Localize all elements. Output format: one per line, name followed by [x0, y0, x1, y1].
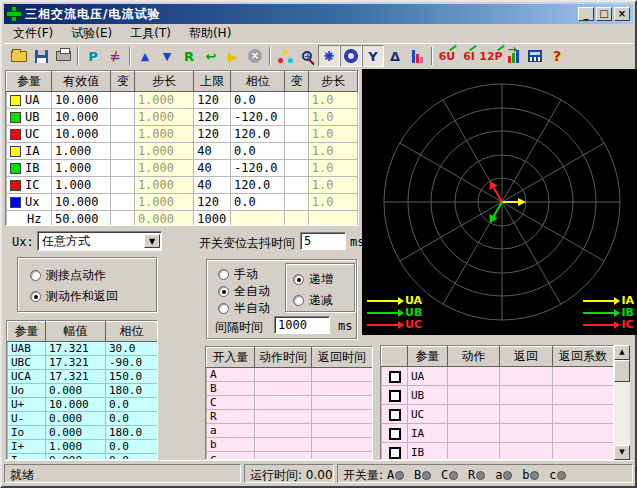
phase-step-cell[interactable]: 1.0 — [308, 160, 357, 177]
step-cell[interactable]: 1.000 — [134, 160, 193, 177]
radio-contact-action[interactable]: 测接点动作 — [30, 267, 106, 284]
checkbox[interactable] — [389, 371, 401, 383]
limit-cell[interactable]: 120 — [194, 194, 231, 211]
radio-semi-auto[interactable]: 半自动 — [218, 300, 270, 317]
twelve-phase-button[interactable]: 12P — [480, 45, 502, 67]
zoom-button[interactable]: + — [296, 45, 318, 67]
chevron-down-icon[interactable]: ▼ — [144, 234, 160, 248]
checkbox[interactable] — [389, 390, 401, 402]
six-current-button[interactable]: 6I — [458, 45, 480, 67]
rms-cell[interactable]: 10.000 — [52, 194, 111, 211]
vary-cell[interactable] — [111, 109, 135, 126]
step-down-button[interactable]: ▼ — [156, 45, 178, 67]
phase-cell[interactable]: 0.0 — [231, 194, 285, 211]
radio-full-auto[interactable]: 全自动 — [218, 283, 270, 300]
step-cell[interactable]: 1.000 — [134, 109, 193, 126]
phase-cell[interactable]: 120.0 — [231, 126, 285, 143]
maximize-button[interactable]: □ — [596, 7, 612, 21]
phase-step-cell[interactable]: 1.0 — [308, 194, 357, 211]
scroll-up-button[interactable]: ▲ — [614, 345, 630, 360]
phase-cell[interactable]: -120.0 — [231, 160, 285, 177]
vary-cell[interactable] — [285, 109, 309, 126]
radio-increase[interactable]: 递增 — [293, 271, 333, 288]
rms-cell[interactable]: 10.000 — [52, 126, 111, 143]
ux-mode-select[interactable]: 任意方式 ▼ — [37, 231, 162, 251]
close-button[interactable]: × — [614, 7, 630, 21]
vector-nodes-button[interactable] — [274, 45, 296, 67]
scroll-down-button[interactable]: ▼ — [614, 445, 630, 460]
radio-decrease[interactable]: 递减 — [293, 292, 333, 309]
step-cell[interactable]: 1.000 — [134, 194, 193, 211]
menu-help[interactable]: 帮助(H) — [180, 23, 240, 44]
save-button[interactable] — [30, 45, 52, 67]
output-levels-button[interactable] — [502, 45, 524, 67]
vary-cell[interactable] — [285, 194, 309, 211]
step-cell[interactable]: 1.000 — [134, 177, 193, 194]
pause-button[interactable]: P — [82, 45, 104, 67]
menu-tools[interactable]: 工具(T) — [121, 23, 180, 44]
interval-input[interactable]: 1000 — [274, 316, 330, 334]
limit-cell[interactable]: 40 — [194, 143, 231, 160]
step-cell[interactable]: 0.000 — [134, 211, 193, 227]
print-button[interactable] — [52, 45, 74, 67]
checkbox[interactable] — [389, 428, 401, 440]
radio-action-return[interactable]: 测动作和返回 — [30, 288, 118, 305]
stop-button[interactable]: × — [244, 45, 266, 67]
step-cell[interactable]: 1.000 — [134, 92, 193, 109]
vary-cell[interactable] — [111, 126, 135, 143]
rms-cell[interactable]: 50.000 — [52, 211, 111, 227]
vary-cell[interactable] — [111, 160, 135, 177]
power-output-button[interactable]: = — [104, 45, 126, 67]
vary-cell[interactable] — [111, 143, 135, 160]
limit-cell[interactable]: 40 — [194, 177, 231, 194]
phase-step-cell[interactable]: 1.0 — [308, 109, 357, 126]
step-cell[interactable]: 1.000 — [134, 143, 193, 160]
rms-cell[interactable]: 1.000 — [52, 143, 111, 160]
vary-cell[interactable] — [111, 177, 135, 194]
minimize-button[interactable]: _ — [578, 7, 594, 21]
radio-manual[interactable]: 手动 — [218, 266, 258, 283]
circles-view-button[interactable] — [340, 45, 362, 67]
vary-cell[interactable] — [285, 160, 309, 177]
vary-cell[interactable] — [285, 126, 309, 143]
rms-cell[interactable]: 10.000 — [52, 109, 111, 126]
checkbox[interactable] — [389, 447, 401, 459]
step-cell[interactable]: 1.000 — [134, 126, 193, 143]
phase-step-cell[interactable]: 1.0 — [308, 177, 357, 194]
vary-cell[interactable] — [285, 92, 309, 109]
rms-cell[interactable]: 1.000 — [52, 160, 111, 177]
phase-cell[interactable]: 120.0 — [231, 177, 285, 194]
bar-graph-button[interactable] — [406, 45, 428, 67]
six-voltage-button[interactable]: 6U — [436, 45, 458, 67]
undo-button[interactable]: ↩ — [200, 45, 222, 67]
phase-step-cell[interactable]: 1.0 — [308, 126, 357, 143]
limit-cell[interactable]: 120 — [194, 92, 231, 109]
start-button[interactable]: ▶ — [222, 45, 244, 67]
vary-cell[interactable] — [111, 194, 135, 211]
vary-cell[interactable] — [111, 211, 135, 227]
checkbox[interactable] — [389, 409, 401, 421]
debounce-input[interactable]: 5 — [300, 232, 346, 250]
vary-cell[interactable] — [285, 177, 309, 194]
reset-button[interactable]: R — [178, 45, 200, 67]
help-button[interactable]: ? — [546, 45, 568, 67]
limit-cell[interactable]: 40 — [194, 160, 231, 177]
phase-cell[interactable]: 0.0 — [231, 92, 285, 109]
scroll-thumb[interactable] — [614, 360, 630, 382]
table-scrollbar[interactable]: ▲ ▼ — [614, 345, 630, 460]
rms-cell[interactable]: 10.000 — [52, 92, 111, 109]
phase-step-cell[interactable]: 1.0 — [308, 143, 357, 160]
rays-view-button[interactable]: ++ — [318, 45, 340, 67]
vary-cell[interactable] — [285, 143, 309, 160]
limit-cell[interactable]: 1000 — [194, 211, 231, 227]
phase-cell[interactable]: 0.0 — [231, 143, 285, 160]
rms-cell[interactable]: 1.000 — [52, 177, 111, 194]
calculator-button[interactable] — [524, 45, 546, 67]
menu-file[interactable]: 文件(F) — [4, 23, 62, 44]
vary-cell[interactable] — [111, 92, 135, 109]
step-up-button[interactable]: ▲ — [134, 45, 156, 67]
open-button[interactable] — [8, 45, 30, 67]
delta-view-button[interactable]: Δ — [384, 45, 406, 67]
menu-test[interactable]: 试验(E) — [62, 23, 121, 44]
limit-cell[interactable]: 120 — [194, 109, 231, 126]
